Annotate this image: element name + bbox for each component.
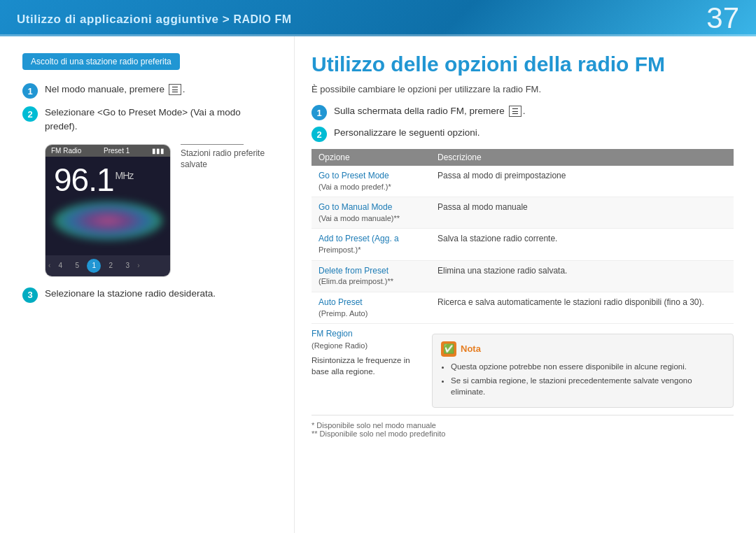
prev-arrow[interactable]: ‹: [48, 262, 50, 269]
desc-delete-preset: Elimina una stazione radio salvata.: [438, 265, 727, 277]
left-column: Ascolto di una stazione radio preferita …: [0, 36, 294, 533]
footnote-1: * Disponibile solo nel modo manuale: [312, 421, 734, 429]
preset-5[interactable]: 5: [70, 259, 84, 273]
header-line: [0, 34, 756, 36]
fm-region-area: FM Region (Regione Radio) Risintonizza l…: [312, 328, 424, 408]
phone-status-bar: FM Radio Preset 1 ▮▮▮: [46, 145, 170, 157]
col-option-header: Opzione: [312, 149, 430, 166]
intro-text: È possibile cambiare le opzioni per util…: [312, 84, 734, 94]
step-3-text: Selezionare la stazione radio desiderata…: [45, 287, 216, 301]
phone-status-left: FM Radio: [51, 147, 81, 155]
note-box: ✅ Nota Questa opzione potrebbe non esser…: [432, 334, 734, 408]
preset-2[interactable]: 2: [104, 259, 118, 273]
note-title: Nota: [461, 343, 481, 354]
right-step-2: 2 Personalizzare le seguenti opzioni.: [312, 126, 734, 142]
menu-icon-right: ☰: [509, 106, 522, 117]
col-desc-header: Descrizione: [430, 149, 734, 166]
option-add-preset: Add to Preset (Agg. aPreimpost.)*: [318, 233, 424, 255]
option-preset-mode: Go to Preset Mode(Vai a modo predef.)*: [318, 170, 424, 192]
right-step-num-1: 1: [312, 105, 327, 120]
phone-screen: 96.1MHz: [46, 157, 170, 255]
preset-bar: ‹ 4 5 1 2 3 ›: [46, 255, 170, 276]
section-badge: Ascolto di una stazione radio preferita: [22, 53, 180, 70]
fm-region-label: FM Region: [312, 329, 353, 339]
footnote-2: ** Disponibile solo nel modo predefinito: [312, 429, 734, 438]
freq-value: 96.1: [54, 162, 114, 198]
options-table: Opzione Descrizione Go to Preset Mode(Va…: [312, 149, 734, 324]
step-1-text: Nel modo manuale, premere ☰.: [45, 83, 186, 97]
right-step-num-2: 2: [312, 127, 327, 142]
table-row: Go to Manual Mode(Vai a modo manuale)** …: [312, 197, 734, 229]
note-header: ✅ Nota: [441, 341, 724, 357]
step-num-2: 2: [22, 106, 38, 122]
right-step-1: 1 Sulla schermata della radio FM, premer…: [312, 104, 734, 120]
header: Utilizzo di applicazioni aggiuntive > RA…: [0, 0, 756, 36]
fm-region-sub: (Regione Radio): [312, 341, 368, 350]
left-step-3: 3 Selezionare la stazione radio desidera…: [22, 287, 274, 303]
table-row: Delete from Preset(Elim.da preimpost.)**…: [312, 260, 734, 292]
main-title: Utilizzo delle opzioni della radio FM: [312, 52, 734, 77]
desc-preset-mode: Passa al modo di preimpostazione: [438, 170, 727, 182]
header-title-main: Utilizzo di applicazioni aggiuntive >: [17, 13, 233, 26]
preset-3[interactable]: 3: [120, 259, 134, 273]
step-num-3: 3: [22, 287, 38, 303]
preset-4[interactable]: 4: [53, 259, 67, 273]
phone-label-text: Stazioni radio preferite salvate: [181, 148, 274, 171]
fm-region-option: FM Region (Regione Radio): [312, 328, 424, 352]
left-step-1: 1 Nel modo manuale, premere ☰.: [22, 83, 274, 99]
two-col-bottom: FM Region (Regione Radio) Risintonizza l…: [312, 328, 734, 408]
menu-icon-1: ☰: [169, 84, 181, 95]
option-delete-preset: Delete from Preset(Elim.da preimpost.)**: [318, 265, 424, 287]
preset-1-active[interactable]: 1: [87, 259, 101, 273]
step-num-1: 1: [22, 83, 38, 99]
header-title: Utilizzo di applicazioni aggiuntive > RA…: [17, 10, 292, 27]
next-arrow[interactable]: ›: [137, 262, 139, 269]
table-row: Add to Preset (Agg. aPreimpost.)* Salva …: [312, 229, 734, 260]
color-blob: [54, 201, 162, 240]
footnotes: * Disponibile solo nel modo manuale ** D…: [312, 415, 734, 438]
note-icon: ✅: [441, 341, 456, 357]
main-title-text: Utilizzo delle opzioni della radio FM: [312, 52, 665, 76]
option-manual-mode: Go to Manual Mode(Vai a modo manuale)**: [318, 201, 424, 224]
battery-icon: ▮▮▮: [152, 147, 164, 155]
note-item-2: Se si cambia regione, le stazioni preced…: [451, 375, 724, 397]
note-list: Questa opzione potrebbe non essere dispo…: [441, 361, 724, 397]
left-step-2: 2 Selezionare <Go to Preset Mode> (Vai a…: [22, 106, 274, 134]
right-column: Utilizzo delle opzioni della radio FM È …: [294, 36, 756, 533]
main-content: Ascolto di una stazione radio preferita …: [0, 36, 756, 533]
note-area: ✅ Nota Questa opzione potrebbe non esser…: [432, 328, 734, 408]
page-number: 37: [706, 1, 739, 35]
right-step-2-text: Personalizzare le seguenti opzioni.: [334, 126, 480, 140]
phone-label-line: [181, 144, 244, 145]
desc-auto-preset: Ricerca e salva automaticamente le stazi…: [438, 297, 727, 308]
step-2-text: Selezionare <Go to Preset Mode> (Vai a m…: [45, 106, 274, 134]
phone-status-right: Preset 1: [104, 147, 130, 155]
fm-region-desc: Risintonizza le frequenze in base alla r…: [312, 355, 424, 377]
option-auto-preset: Auto Preset(Preimp. Auto): [318, 297, 424, 319]
phone-label-area: Stazioni radio preferite salvate: [181, 144, 274, 178]
phone-mockup-area: FM Radio Preset 1 ▮▮▮ 96.1MHz ‹ 4 5 1 2: [45, 144, 274, 277]
freq-unit: MHz: [115, 170, 134, 181]
header-subtitle: RADIO FM: [233, 13, 291, 25]
table-row: Go to Preset Mode(Vai a modo predef.)* P…: [312, 166, 734, 197]
radio-frequency: 96.1MHz: [54, 164, 162, 196]
desc-manual-mode: Passa al modo manuale: [438, 201, 727, 213]
right-step-1-text: Sulla schermata della radio FM, premere …: [334, 104, 525, 118]
desc-add-preset: Salva la stazione radio corrente.: [438, 233, 727, 245]
note-item-1: Questa opzione potrebbe non essere dispo…: [451, 361, 724, 372]
table-row: Auto Preset(Preimp. Auto) Ricerca e salv…: [312, 292, 734, 323]
phone-mockup: FM Radio Preset 1 ▮▮▮ 96.1MHz ‹ 4 5 1 2: [45, 144, 171, 277]
